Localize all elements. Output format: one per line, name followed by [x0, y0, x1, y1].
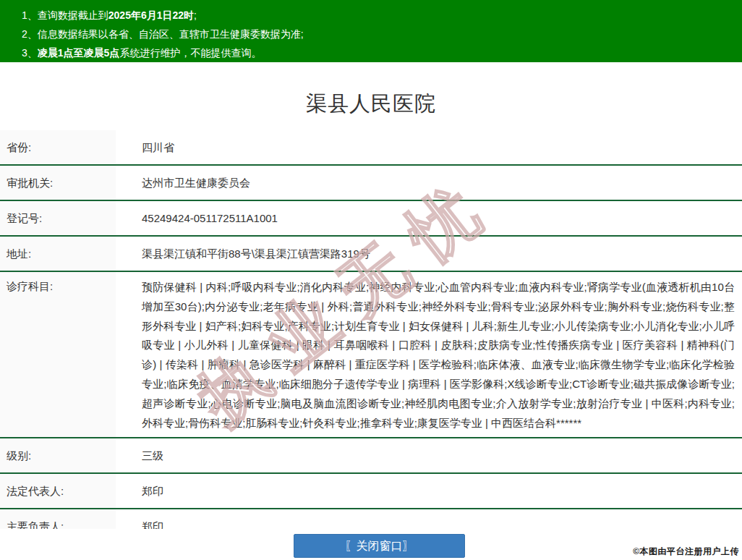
notice-line-2: 2、信息数据结果以各省、自治区、直辖市卫生健康委数据为准;: [22, 25, 728, 43]
table-row-legal-representative: 法定代表人: 郑印: [0, 474, 742, 509]
table-row-province: 省份: 四川省: [0, 130, 742, 166]
close-window-button[interactable]: 〖关闭窗口〗: [294, 534, 465, 558]
table-row-registration-number: 登记号: 45249424-051172511A1001: [0, 201, 742, 237]
notice-text: 2、信息数据结果以各省、自治区、直辖市卫生健康委数据为准;: [22, 28, 304, 40]
notice-line-3: 3、凌晨1点至凌晨5点系统进行维护，不能提供查询。: [22, 43, 728, 62]
notice-text: 系统进行维护，不能提供查询。: [119, 47, 261, 59]
notice-text: 1、查询数据截止到: [22, 9, 108, 21]
row-label: 法定代表人:: [0, 474, 116, 508]
row-value: 四川省: [116, 130, 742, 164]
page-title: 渠县人民医院: [0, 62, 742, 130]
row-label: 级别:: [0, 438, 116, 472]
row-label: 登记号:: [0, 201, 116, 235]
table-row-medical-departments: 诊疗科目: 预防保健科 | 内科;呼吸内科专业;消化内科专业;神经内科专业;心血…: [0, 272, 742, 438]
row-value: 渠县渠江镇和平街88号\渠县渠江镇营渠路319号: [116, 237, 742, 271]
row-value: 达州市卫生健康委员会: [116, 166, 742, 200]
notice-banner: 1、查询数据截止到2025年6月1日22时; 2、信息数据结果以各省、自治区、直…: [0, 0, 742, 62]
row-label: 审批机关:: [0, 166, 116, 200]
table-row-level: 级别: 三级: [0, 438, 742, 474]
footer-bar: 〖关闭窗口〗 ©本图由平台注册用户上传: [0, 529, 742, 560]
row-value: 预防保健科 | 内科;呼吸内科专业;消化内科专业;神经内科专业;心血管内科专业;…: [116, 272, 742, 437]
notice-line-1: 1、查询数据截止到2025年6月1日22时;: [22, 6, 728, 25]
row-value: 45249424-051172511A1001: [116, 201, 742, 235]
notice-bold-text: 2025年6月1日22时: [108, 9, 194, 21]
row-label: 地址:: [0, 237, 116, 271]
row-label: 省份:: [0, 130, 116, 164]
row-value: 郑印: [116, 474, 742, 508]
table-row-approval-authority: 审批机关: 达州市卫生健康委员会: [0, 166, 742, 201]
notice-bold-text: 凌晨1点至凌晨5点: [38, 47, 120, 59]
table-row-address: 地址: 渠县渠江镇和平街88号\渠县渠江镇营渠路319号: [0, 237, 742, 272]
upload-credit-text: ©本图由平台注册用户上传: [633, 546, 739, 558]
notice-text: ;: [194, 9, 197, 21]
notice-text: 3、: [22, 47, 38, 59]
row-value: 三级: [116, 438, 742, 472]
query-result-page: 1、查询数据截止到2025年6月1日22时; 2、信息数据结果以各省、自治区、直…: [0, 0, 742, 560]
hospital-info-table: 省份: 四川省 审批机关: 达州市卫生健康委员会 登记号: 45249424-0…: [0, 130, 742, 545]
row-label: 诊疗科目:: [0, 272, 116, 437]
